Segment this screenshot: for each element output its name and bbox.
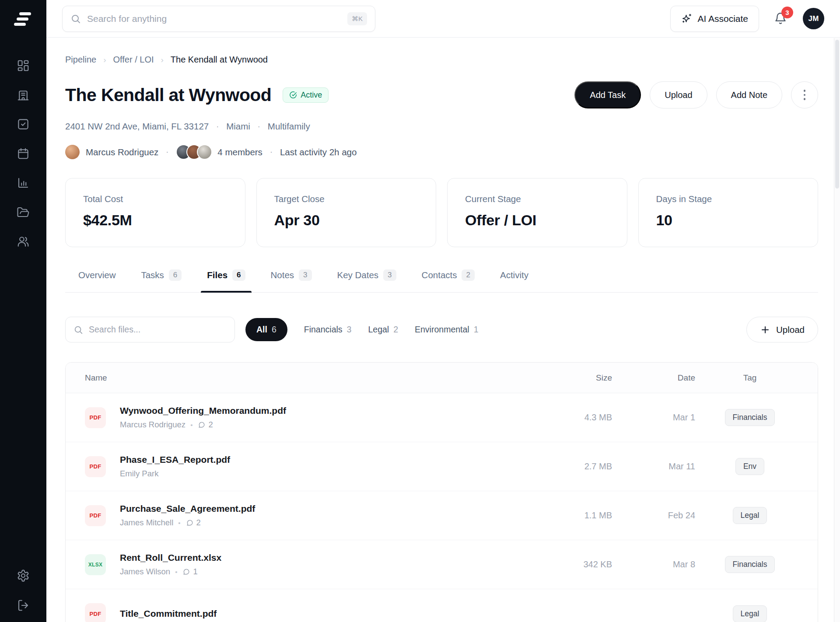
tab-count: 2 [462, 269, 474, 281]
stat-label: Days in Stage [656, 194, 801, 204]
tab-count: 6 [232, 269, 245, 281]
tab-files[interactable]: Files 6 [201, 262, 251, 292]
user-avatar[interactable]: JM [803, 8, 824, 29]
comment-count: 2 [186, 518, 201, 528]
file-name: Title_Commitment.pdf [120, 608, 217, 619]
buildings-icon[interactable] [17, 88, 30, 101]
add-task-button[interactable]: Add Task [574, 81, 641, 108]
title-row: The Kendall at Wynwood Active Add Task U… [65, 81, 818, 108]
file-name: Rent_Roll_Current.xlsx [120, 552, 221, 563]
tab-tasks[interactable]: Tasks 6 [135, 262, 188, 292]
table-row[interactable]: PDF Title_Commitment.pdf Legal [66, 589, 818, 622]
breadcrumb-pipeline[interactable]: Pipeline [65, 55, 96, 65]
search-icon [74, 325, 83, 335]
logout-icon[interactable] [17, 599, 30, 612]
file-tag[interactable]: Financials [725, 556, 775, 573]
page-title: The Kendall at Wynwood [65, 85, 271, 105]
file-name: Purchase_Sale_Agreement.pdf [120, 503, 255, 514]
global-search-input[interactable]: Search for anything ⌘K [62, 6, 375, 32]
file-size: 1.1 MB [538, 510, 621, 521]
tab-activity[interactable]: Activity [494, 262, 535, 292]
comment-icon [197, 421, 206, 429]
tabs: Overview Tasks 6 Files 6 Notes 3 Key Dat… [65, 262, 818, 293]
table-row[interactable]: PDF Phase_I_ESA_Report.pdf Emily Park • [66, 442, 818, 491]
tab-count: 3 [299, 269, 312, 281]
file-date: Mar 8 [621, 559, 695, 570]
comment-icon [182, 568, 190, 576]
file-meta: James Mitchell • 2 [120, 518, 255, 528]
pdf-file-icon: PDF [85, 407, 106, 428]
topbar: Search for anything ⌘K AI Associate 3 JM [46, 0, 840, 38]
scrollbar-thumb[interactable] [835, 40, 839, 189]
members-count: 4 members [217, 147, 262, 157]
upload-file-button[interactable]: Upload [746, 317, 818, 342]
main-area: Search for anything ⌘K AI Associate 3 JM… [46, 0, 840, 622]
more-options-button[interactable] [791, 81, 818, 108]
sidebar [0, 0, 46, 622]
file-meta: James Wilson • 1 [120, 567, 221, 577]
file-date: Feb 24 [621, 510, 695, 521]
file-size: 342 KB [538, 559, 621, 570]
deal-market: Miami [226, 121, 250, 132]
table-row[interactable]: XLSX Rent_Roll_Current.xlsx James Wilson… [66, 540, 818, 589]
app-logo[interactable] [14, 10, 33, 29]
file-uploader: James Wilson [120, 567, 170, 577]
file-tag[interactable]: Env [735, 458, 764, 475]
settings-icon[interactable] [17, 569, 30, 582]
filter-financials[interactable]: Financials 3 [304, 325, 352, 335]
files-icon[interactable] [17, 206, 30, 219]
add-note-button[interactable]: Add Note [716, 81, 782, 108]
chevron-right-icon: › [103, 55, 106, 65]
column-date: Date [621, 373, 695, 383]
filter-legal[interactable]: Legal 2 [368, 325, 398, 335]
filter-all[interactable]: All 6 [245, 318, 287, 341]
stat-value: Apr 30 [274, 212, 419, 229]
dashboard-icon[interactable] [17, 59, 30, 72]
analytics-icon[interactable] [17, 176, 30, 189]
filter-environmental[interactable]: Environmental 1 [415, 325, 479, 335]
file-meta: Marcus Rodriguez • 2 [120, 420, 286, 430]
table-row[interactable]: PDF Purchase_Sale_Agreement.pdf James Mi… [66, 491, 818, 540]
file-search-input[interactable]: Search files... [65, 317, 235, 342]
tab-count: 3 [383, 269, 396, 281]
breadcrumb-current: The Kendall at Wynwood [171, 55, 268, 65]
members-group[interactable]: 4 members [176, 144, 262, 160]
member-avatars [176, 144, 212, 160]
xlsx-file-icon: XLSX [85, 554, 106, 575]
stat-label: Current Stage [465, 194, 609, 204]
column-name: Name [85, 373, 538, 383]
stat-card-current-stage: Current Stage Offer / LOI [447, 178, 627, 247]
files-table: Name Size Date Tag PDF Wynwood_Offering_… [65, 362, 818, 622]
file-tag[interactable]: Legal [733, 605, 767, 622]
last-activity: Last activity 2h ago [280, 147, 357, 157]
tab-key-dates[interactable]: Key Dates 3 [331, 262, 402, 292]
member-avatar [197, 144, 212, 160]
stat-value: 10 [656, 212, 801, 229]
file-name: Wynwood_Offering_Memorandum.pdf [120, 405, 286, 416]
file-uploader: Marcus Rodriguez [120, 420, 186, 430]
check-circle-icon [289, 91, 297, 99]
ai-associate-label: AI Associate [697, 14, 748, 24]
deal-owner[interactable]: Marcus Rodriguez [65, 145, 158, 159]
breadcrumb-stage[interactable]: Offer / LOI [113, 55, 154, 65]
upload-button[interactable]: Upload [650, 81, 707, 108]
chevron-right-icon: › [161, 55, 164, 65]
tasks-icon[interactable] [17, 118, 30, 131]
table-row[interactable]: PDF Wynwood_Offering_Memorandum.pdf Marc… [66, 393, 818, 442]
scrollbar[interactable] [834, 38, 840, 622]
column-size: Size [538, 373, 621, 383]
members-row: Marcus Rodriguez · 4 members · Last acti… [65, 144, 818, 160]
contacts-icon[interactable] [17, 235, 30, 248]
calendar-icon[interactable] [17, 147, 30, 160]
notifications-button[interactable]: 3 [774, 12, 788, 26]
file-tag[interactable]: Legal [733, 507, 767, 524]
ai-associate-button[interactable]: AI Associate [670, 6, 759, 32]
file-tag[interactable]: Financials [725, 409, 775, 426]
tab-contacts[interactable]: Contacts 2 [416, 262, 481, 292]
stat-label: Target Close [274, 194, 419, 204]
tab-overview[interactable]: Overview [72, 262, 122, 292]
file-search-placeholder: Search files... [89, 325, 140, 335]
sparkles-icon [681, 13, 692, 24]
tab-notes[interactable]: Notes 3 [265, 262, 318, 292]
global-search-placeholder: Search for anything [87, 14, 341, 24]
